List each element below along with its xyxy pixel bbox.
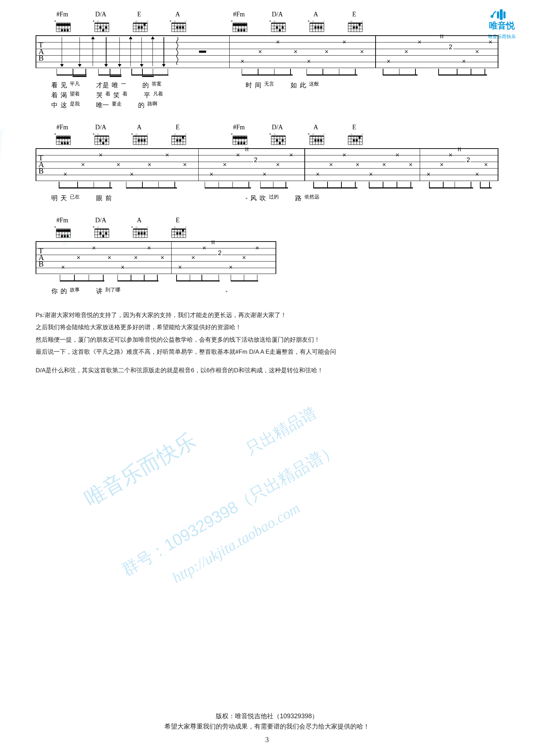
svg-text:○: ○: [174, 19, 176, 23]
lyric-syllable: 着: [51, 91, 58, 99]
svg-point-110: [317, 26, 319, 29]
chord: D/A×○: [90, 124, 112, 147]
note-line: 然后顺便一提，厦门的朋友还可以参加唯音悦的公益教学哈，会有更多的线下活动放送给厦…: [36, 334, 498, 346]
lyric-syllable: 唯一: [96, 101, 109, 109]
svg-text:○: ○: [323, 132, 325, 136]
svg-rect-2: [503, 11, 506, 19]
lyric-syllable: 着: [122, 91, 127, 99]
svg-point-261: [61, 235, 63, 237]
svg-text:×: ×: [308, 19, 310, 23]
lyrics: 你的故事讲到了哪„: [36, 287, 276, 295]
lyric-syllable: 渴: [61, 91, 67, 99]
beam-row: [36, 69, 498, 79]
svg-point-140: [64, 142, 66, 144]
svg-text:×: ×: [54, 132, 56, 136]
svg-point-186: [179, 139, 181, 141]
lyric-syllable: [83, 287, 93, 295]
svg-text:○: ○: [350, 132, 352, 136]
tab-system-3: #Fm× D/A×○ A×○○ E○○ TAB × × × × × × × × …: [36, 217, 276, 295]
page-footer: 版权：唯音悦吉他社（109329398） 希望大家尊重我们的劳动成果，有需要谱的…: [0, 711, 534, 745]
lyric-syllable: 时: [246, 81, 252, 89]
svg-point-126: [358, 24, 361, 26]
chord: D/A×○: [90, 11, 112, 34]
tab-system-1: #Fm× D/A×○ E○○ A×○○ #Fm× D/A×○ A×○○ E○○ …: [36, 11, 498, 109]
svg-point-125: [356, 26, 358, 29]
lyric-syllable: 眼: [96, 194, 103, 202]
svg-point-215: [276, 139, 278, 141]
svg-text:唯音悦: 唯音悦: [489, 21, 515, 30]
lyric-syllable: 的: [61, 287, 67, 295]
lyric-syllable: [277, 81, 288, 89]
tab-staff: TAB × × × × × ×: [36, 35, 498, 68]
svg-point-292: [138, 232, 140, 234]
lyric-syllable: 中: [51, 101, 58, 109]
note-line: D/A是什么和弦，其实这首歌第二个和弦原版走的就是根音6，以6作根音的D和弦构成…: [36, 365, 498, 376]
lyric-syllable: 到了哪: [105, 287, 120, 295]
lyric-syllable: 一: [121, 81, 126, 89]
svg-point-48: [141, 26, 143, 29]
tab-clef: TAB: [38, 155, 44, 175]
lyric-syllable: 哭: [96, 91, 103, 99]
svg-point-307: [176, 232, 178, 234]
svg-point-111: [320, 26, 322, 29]
lyric-syllable: 是我: [70, 101, 80, 109]
tab-clef: TAB: [38, 248, 44, 268]
svg-text:×: ×: [231, 132, 233, 136]
svg-text:○: ○: [350, 19, 352, 23]
note-line: Ps:谢谢大家对唯音悦的支持了，因为有大家的支持，我们才能走的更长远，再次谢谢大…: [36, 310, 498, 321]
lyric-syllable: 前: [105, 194, 112, 202]
svg-point-64: [179, 26, 181, 29]
watermark-text: 唯音乐而快乐: [80, 427, 201, 513]
svg-rect-16: [56, 24, 70, 26]
svg-text:×: ×: [54, 19, 56, 23]
svg-point-248: [358, 136, 361, 139]
svg-text:○: ○: [312, 19, 314, 23]
svg-text:○: ○: [135, 225, 137, 229]
lyric-syllable: 此: [300, 81, 306, 89]
svg-point-109: [314, 26, 316, 29]
lyric-line: 看见平凡才是唯一的答案时间无言如此这般: [36, 81, 498, 89]
svg-point-17: [61, 29, 63, 31]
tab-system-2: #Fm× D/A×○ A×○○ E○○ #Fm× D/A×○ A×○○ E○○ …: [36, 124, 498, 202]
lyric-syllable: 答案: [152, 81, 162, 89]
svg-text:○: ○: [312, 132, 314, 136]
svg-text:○: ○: [185, 19, 187, 23]
svg-point-80: [243, 29, 245, 31]
svg-point-216: [282, 139, 284, 141]
lyric-syllable: [130, 91, 141, 99]
lyric-syllable: 望着: [70, 91, 80, 99]
svg-rect-0: [500, 9, 503, 20]
svg-point-156: [102, 142, 104, 144]
lyric-line: 明天已在眼前„风吹过的路依然远: [36, 194, 498, 202]
svg-text:○: ○: [147, 225, 148, 229]
lyric-syllable: 间: [255, 81, 261, 89]
svg-point-19: [67, 29, 69, 31]
svg-text:×: ×: [93, 225, 95, 229]
lyric-line: 中这是我唯一要走的路啊: [36, 101, 498, 109]
svg-point-63: [176, 26, 178, 29]
lyric-syllable: 路: [295, 194, 302, 202]
lyric-syllable: 依然远: [304, 194, 319, 202]
lyric-syllable: 讲: [96, 287, 103, 295]
svg-text:×: ×: [93, 19, 95, 23]
lyric-syllable: 平: [144, 91, 150, 99]
lyric-syllable: 风: [250, 194, 257, 202]
svg-point-201: [240, 142, 242, 144]
lyrics: 看见平凡才是唯一的答案时间无言如此这般着渴望着哭着笑着平凡着中这是我唯一要走的路…: [36, 81, 498, 109]
lyric-syllable: [83, 81, 93, 89]
svg-point-202: [243, 142, 245, 144]
chord: A×○○: [128, 124, 150, 147]
svg-text:○: ○: [97, 132, 99, 136]
beam-row: [36, 182, 498, 192]
svg-rect-260: [56, 230, 70, 232]
chord: E○○: [343, 11, 365, 34]
svg-point-200: [237, 142, 240, 144]
svg-text:○: ○: [185, 132, 187, 136]
svg-text:×: ×: [269, 132, 271, 136]
svg-text:○: ○: [362, 19, 363, 23]
svg-text:×: ×: [54, 225, 56, 229]
watermark-url: http://ukjita.taobao.com: [169, 499, 303, 587]
svg-rect-77: [233, 24, 247, 26]
lyric-line: 着渴望着哭着笑着平凡着: [36, 91, 498, 99]
notes-paragraph: Ps:谢谢大家对唯音悦的支持了，因为有大家的支持，我们才能走的更长远，再次谢谢大…: [36, 310, 498, 376]
